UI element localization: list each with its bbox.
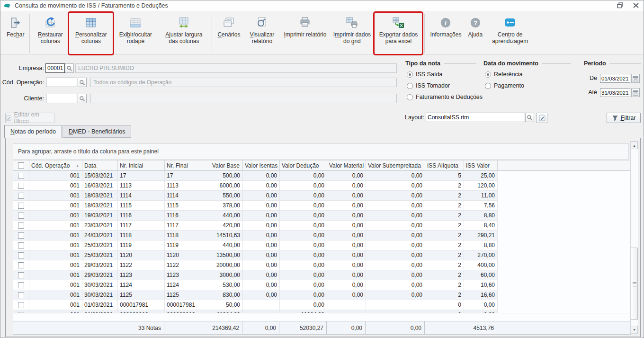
cell-iss_valor[interactable]: 25,00: [464, 171, 498, 180]
cell-nr_inicial[interactable]: 1116: [118, 211, 165, 220]
layout-search-button[interactable]: [525, 113, 534, 122]
cell-valor_subempreitada[interactable]: 0,00: [366, 290, 425, 300]
cell-valor_deducao[interactable]: 0,00: [280, 270, 327, 280]
cell-iss_valor[interactable]: 60,00: [464, 270, 498, 280]
row-select-cell[interactable]: [13, 211, 29, 220]
cliente-input[interactable]: [46, 94, 77, 103]
row-checkbox[interactable]: [18, 173, 24, 179]
cell-valor_subempreitada[interactable]: 0,00: [366, 171, 425, 180]
row-checkbox[interactable]: [18, 242, 24, 249]
centro-aprendizagem-button[interactable]: Centro de aprendizagem: [486, 13, 534, 54]
cell-data[interactable]: 25/03/2021: [82, 250, 118, 260]
cell-nr_inicial[interactable]: 1115: [118, 201, 165, 210]
cell-valor_isentas[interactable]: 0,00: [243, 290, 280, 300]
cell-data[interactable]: 15/03/2021: [82, 171, 118, 180]
cell-valor_material[interactable]: 0,00: [327, 280, 366, 290]
row-checkbox[interactable]: [18, 292, 24, 298]
row-select-cell[interactable]: [13, 240, 29, 250]
row-select-cell[interactable]: [13, 231, 29, 240]
cell-valor_deducao[interactable]: 0,00: [280, 250, 327, 260]
periodo-ate-calendar-button[interactable]: [631, 88, 640, 97]
column-header-nr_final[interactable]: Nr. Final: [165, 160, 210, 171]
cell-valor_base[interactable]: 550,00: [210, 191, 243, 200]
cell-nr_final[interactable]: 1117: [165, 221, 210, 230]
row-select-cell[interactable]: [13, 201, 29, 210]
cell-valor_subempreitada[interactable]: 0,00: [366, 231, 425, 240]
cell-valor_material[interactable]: 0,00: [327, 191, 366, 200]
row-checkbox[interactable]: [18, 262, 24, 268]
cell-valor_subempreitada[interactable]: 0,00: [366, 280, 425, 290]
cell-data[interactable]: 30/03/2021: [82, 290, 118, 300]
cell-nr_final[interactable]: 1118: [165, 231, 210, 240]
cell-valor_material[interactable]: 0,00: [327, 270, 366, 280]
cell-data[interactable]: 18/03/2021: [82, 191, 118, 200]
cell-valor_subempreitada[interactable]: [366, 300, 425, 310]
cell-valor_base[interactable]: 440,00: [210, 240, 243, 250]
cell-data[interactable]: 30/03/2021: [82, 280, 118, 290]
layout-input[interactable]: [426, 113, 525, 122]
cell-data[interactable]: 25/03/2021: [82, 240, 118, 250]
cell-valor_isentas[interactable]: 0,00: [243, 181, 280, 190]
cell-nr_final[interactable]: 1123: [165, 270, 210, 280]
cell-nr_inicial[interactable]: 17: [118, 171, 165, 180]
cell-data[interactable]: 23/03/2021: [82, 221, 118, 230]
cell-valor_base[interactable]: 14510,63: [210, 231, 243, 240]
column-header-valor_base[interactable]: Valor Base: [210, 160, 243, 171]
cod-operacao-search-button[interactable]: [78, 78, 87, 87]
cell-cod_operacao[interactable]: 001: [29, 181, 82, 190]
row-checkbox[interactable]: [18, 183, 24, 189]
cell-iss_aliquota[interactable]: 0: [425, 300, 464, 310]
cell-data[interactable]: 29/03/2021: [82, 260, 118, 270]
row-checkbox[interactable]: [18, 302, 24, 308]
periodo-de-calendar-button[interactable]: [631, 74, 640, 83]
column-header-cod_operacao[interactable]: Cód. Operação▲: [29, 160, 82, 171]
row-select-cell[interactable]: [13, 260, 29, 270]
table-row[interactable]: 00118/03/202111141114550,000,000,000,000…: [13, 191, 498, 201]
table-row[interactable]: 00101/03/202100001798100001798150,000,00…: [13, 300, 498, 310]
cell-iss_valor[interactable]: 8,80: [464, 211, 498, 220]
table-row[interactable]: 00125/03/202111191119440,000,000,000,000…: [13, 240, 498, 250]
scroll-up-icon[interactable]: ▲: [631, 142, 638, 149]
ajustar-largura-button[interactable]: Ajustar largura das colunas: [158, 13, 209, 54]
cell-nr_inicial[interactable]: 1124: [118, 280, 165, 290]
cell-valor_material[interactable]: [327, 300, 366, 310]
table-row[interactable]: 00130/03/202111251125830,000,000,000,000…: [13, 290, 498, 300]
table-row[interactable]: 00125/03/20211120112013500,000,000,000,0…: [13, 250, 498, 260]
cell-nr_inicial[interactable]: 1122: [118, 260, 165, 270]
cell-iss_aliquota[interactable]: 2: [425, 201, 464, 210]
cell-iss_aliquota[interactable]: 5: [425, 171, 464, 180]
cell-valor_base[interactable]: 440,00: [210, 211, 243, 220]
periodo-ate-input[interactable]: [600, 88, 630, 97]
table-row[interactable]: 00129/03/2021112311233000,000,000,000,00…: [13, 270, 498, 280]
cell-iss_aliquota[interactable]: 2: [425, 181, 464, 190]
cell-iss_valor[interactable]: 11,00: [464, 191, 498, 200]
radio-referencia[interactable]: Referência: [485, 71, 522, 78]
row-select-cell[interactable]: [13, 290, 29, 300]
column-header-valor_isentas[interactable]: Valor Isentas: [243, 160, 280, 171]
table-row[interactable]: 00123/03/202111171117420,000,000,000,000…: [13, 221, 498, 231]
cell-valor_base[interactable]: 50,00: [210, 300, 243, 310]
cell-data[interactable]: 18/03/2021: [82, 201, 118, 210]
cell-nr_final[interactable]: 1113: [165, 181, 210, 190]
cell-valor_base[interactable]: 378,00: [210, 201, 243, 210]
column-header-iss_valor[interactable]: ISS Valor: [464, 160, 498, 171]
cell-valor_isentas[interactable]: 0,00: [243, 211, 280, 220]
cell-valor_material[interactable]: 0,00: [327, 221, 366, 230]
cell-nr_inicial[interactable]: 1117: [118, 221, 165, 230]
cell-iss_valor[interactable]: 8,80: [464, 240, 498, 250]
cell-nr_inicial[interactable]: 1120: [118, 250, 165, 260]
cell-valor_isentas[interactable]: 0,00: [243, 191, 280, 200]
cell-nr_final[interactable]: 1120: [165, 250, 210, 260]
cell-valor_base[interactable]: 13500,00: [210, 250, 243, 260]
table-row[interactable]: 00119/03/202111161116440,000,000,000,000…: [13, 211, 498, 221]
cell-nr_final[interactable]: 1124: [165, 280, 210, 290]
cell-valor_material[interactable]: 0,00: [327, 211, 366, 220]
cell-nr_inicial[interactable]: 1114: [118, 191, 165, 200]
row-checkbox[interactable]: [18, 213, 24, 219]
cliente-search-button[interactable]: [78, 94, 87, 103]
cell-data[interactable]: 01/03/2021: [82, 300, 118, 310]
cenarios-button[interactable]: Cenários: [215, 13, 243, 54]
row-select-cell[interactable]: [13, 250, 29, 260]
cell-valor_subempreitada[interactable]: 0,00: [366, 250, 425, 260]
cell-nr_final[interactable]: 1119: [165, 240, 210, 250]
